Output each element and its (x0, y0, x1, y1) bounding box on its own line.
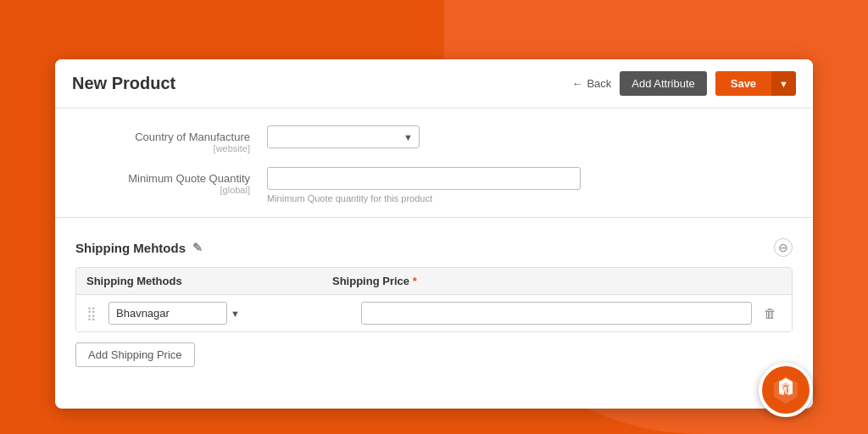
shipping-title-text: Shipping Mehtods (75, 241, 186, 255)
save-caret-icon: ▼ (779, 79, 788, 89)
add-shipping-price-button[interactable]: Add Shipping Price (75, 342, 195, 367)
magento-logo-svg: M2 (770, 374, 802, 406)
shipping-method-select-wrap: Bhavnagar ▼ (108, 302, 354, 325)
country-manufacture-field: ▼ (267, 125, 787, 148)
back-label: Back (587, 77, 611, 90)
shipping-method-select[interactable]: Bhavnagar (108, 302, 227, 325)
minimum-quote-label: Minimum Quote Quantity [global] (81, 167, 267, 195)
shipping-section-title: Shipping Mehtods ✎ (75, 241, 203, 255)
shipping-table-row: ⣿ Bhavnagar ▼ 🗑 (76, 295, 792, 331)
country-manufacture-row: Country of Manufacture [website] ▼ (55, 125, 813, 153)
required-star: * (413, 275, 417, 287)
magento-logo-badge: M2 (759, 363, 813, 417)
drag-handle-icon[interactable]: ⣿ (86, 305, 97, 321)
country-manufacture-label: Country of Manufacture [website] (81, 125, 267, 153)
minimum-quote-input[interactable] (267, 167, 581, 190)
delete-icon: 🗑 (764, 306, 776, 320)
collapse-icon[interactable]: ⊖ (774, 238, 793, 257)
shipping-section-header: Shipping Mehtods ✎ ⊖ (55, 231, 813, 267)
delete-shipping-row-button[interactable]: 🗑 (759, 304, 782, 322)
country-scope: [website] (81, 143, 250, 153)
save-button[interactable]: Save (715, 71, 771, 96)
shipping-price-col-header: Shipping Price * (332, 275, 782, 287)
minimum-quote-field: Minimum Quote quantity for this product (267, 167, 787, 203)
page-title: New Product (72, 74, 175, 93)
card-header: New Product ← Back Add Attribute Save ▼ (55, 59, 813, 108)
shipping-table: Shipping Methods Shipping Price * ⣿ Bhav… (75, 267, 793, 332)
back-link[interactable]: ← Back (571, 77, 611, 90)
edit-icon[interactable]: ✎ (192, 241, 203, 254)
header-actions: ← Back Add Attribute Save ▼ (571, 71, 796, 96)
shipping-price-input[interactable] (361, 302, 752, 325)
shipping-method-arrow-icon: ▼ (231, 309, 240, 319)
minimum-quote-hint: Minimum Quote quantity for this product (267, 193, 787, 203)
back-arrow-icon: ← (571, 77, 582, 90)
shipping-methods-col-header: Shipping Methods (86, 275, 332, 287)
country-select-wrap: ▼ (267, 125, 420, 148)
minimum-quote-scope: [global] (81, 185, 250, 195)
save-button-group: Save ▼ (715, 71, 796, 96)
card-body: Country of Manufacture [website] ▼ Minim… (55, 108, 813, 409)
section-divider (55, 217, 813, 218)
product-card: New Product ← Back Add Attribute Save ▼ … (55, 59, 813, 409)
country-manufacture-select[interactable] (267, 125, 420, 148)
add-attribute-button[interactable]: Add Attribute (620, 71, 706, 96)
minimum-quote-row: Minimum Quote Quantity [global] Minimum … (55, 167, 813, 203)
save-dropdown-button[interactable]: ▼ (771, 71, 796, 96)
svg-text:M2: M2 (779, 385, 793, 397)
shipping-table-header: Shipping Methods Shipping Price * (76, 268, 792, 295)
